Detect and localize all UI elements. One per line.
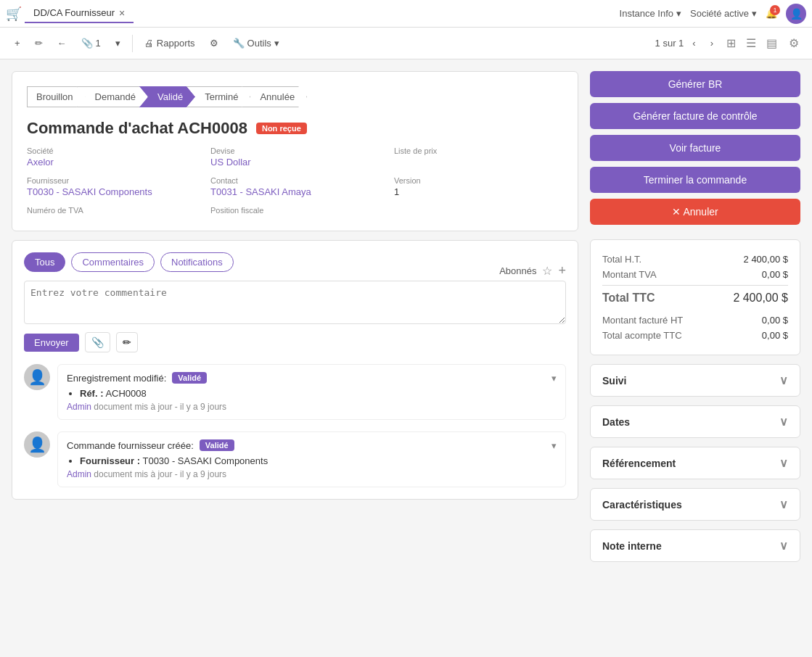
add-icon: + <box>15 38 20 49</box>
msg-expand-2[interactable]: ▾ <box>551 440 557 451</box>
version-label: Version <box>394 176 563 185</box>
msg-badge-2: Validé <box>200 439 234 451</box>
field-num-tva: Numéro de TVA <box>27 206 196 216</box>
contact-value[interactable]: T0031 - SASAKI Amaya <box>210 186 380 197</box>
msg-author-link-2[interactable]: Admin <box>67 469 91 479</box>
settings-button[interactable]: ⚙ <box>784 33 803 53</box>
field-liste-prix: Liste de prix <box>394 146 563 168</box>
suivi-chevron: ∨ <box>779 373 788 387</box>
dates-section: Dates ∨ <box>590 405 800 438</box>
tab-label: DD/CA Fournisseur <box>33 7 115 18</box>
terminer-commande-button[interactable]: Terminer la commande <box>590 167 800 193</box>
prev-button[interactable]: ‹ <box>686 35 701 51</box>
list-view-button[interactable]: ☰ <box>742 33 760 53</box>
caracteristiques-label: Caractéristiques <box>602 499 682 511</box>
contact-label: Contact <box>210 176 380 185</box>
total-ht-label: Total H.T. <box>602 254 641 265</box>
status-step-label: Brouillon <box>36 91 73 102</box>
msg-expand-1[interactable]: ▾ <box>551 373 557 384</box>
caracteristiques-header[interactable]: Caractéristiques ∨ <box>591 489 800 520</box>
annuler-button[interactable]: ✕ Annuler <box>590 199 800 225</box>
attach-comment-button[interactable]: 📎 <box>85 332 110 352</box>
devise-value[interactable]: US Dollar <box>210 157 380 168</box>
montant-tva-row: Montant TVA 0,00 $ <box>602 267 788 282</box>
back-button[interactable]: ← <box>52 35 73 51</box>
montant-facture-ht-row: Montant facturé HT 0,00 $ <box>602 313 788 328</box>
status-step-termine[interactable]: Terminé <box>186 86 250 107</box>
edit-button[interactable]: ✏ <box>29 35 49 51</box>
attach-button[interactable]: 📎 1 <box>75 35 107 51</box>
societe-active-btn[interactable]: Société active ▾ <box>690 8 757 19</box>
toolbar-separator <box>132 35 133 52</box>
comment-input[interactable] <box>24 281 566 324</box>
total-ttc-row: Total TTC 2 400,00 $ <box>602 285 788 307</box>
instance-info-btn[interactable]: Instance Info ▾ <box>620 8 681 19</box>
status-step-brouillon[interactable]: Brouillon <box>27 86 86 107</box>
send-button[interactable]: Envoyer <box>24 334 79 352</box>
attach-count: 1 <box>96 38 101 49</box>
montant-facture-ht-value: 0,00 $ <box>762 315 788 326</box>
status-step-demande[interactable]: Demandé <box>77 86 148 107</box>
left-content: Brouillon Demandé Validé Terminé Annulée… <box>12 71 578 645</box>
status-step-label: Terminé <box>205 91 238 102</box>
tab-commentaires[interactable]: Commentaires <box>71 252 155 272</box>
dates-chevron: ∨ <box>779 415 788 429</box>
note-interne-header[interactable]: Note interne ∨ <box>591 530 800 561</box>
total-acompte-label: Total acompte TTC <box>602 330 682 341</box>
msg-content-2: Commande fournisseur créée: Validé ▾ Fou… <box>57 431 566 487</box>
edit-icon: ✏ <box>35 38 43 49</box>
chatter-message-1: 👤 Enregistrement modifié: Validé ▾ Réf. … <box>24 364 566 420</box>
notification-badge: 1 <box>770 5 780 15</box>
subscribers-label: Abonnés <box>499 265 536 276</box>
add-button[interactable]: + <box>9 35 26 51</box>
societe-value[interactable]: Axelor <box>27 157 196 168</box>
tab-tous[interactable]: Tous <box>24 252 65 272</box>
grid-view-button[interactable]: ⊞ <box>722 33 740 53</box>
actions-icon: ⚙ <box>210 38 218 49</box>
generer-facture-button[interactable]: Générer facture de contrôle <box>590 103 800 129</box>
record-title-text: Commande d'achat ACH0008 <box>27 119 247 138</box>
subscribers-star-icon[interactable]: ☆ <box>542 264 552 278</box>
tab-notifications[interactable]: Notifications <box>160 252 234 272</box>
total-acompte-value: 0,00 $ <box>762 330 788 341</box>
outils-button[interactable]: 🔧 Outils ▾ <box>227 35 285 51</box>
record-title-row: Commande d'achat ACH0008 Non reçue <box>27 119 563 138</box>
next-icon: › <box>710 38 713 49</box>
topbar: 🛒 DD/CA Fournisseur × Instance Info ▾ So… <box>0 0 812 28</box>
voir-facture-button[interactable]: Voir facture <box>590 135 800 161</box>
status-bar: Brouillon Demandé Validé Terminé Annulée <box>27 86 563 107</box>
status-step-label: Annulée <box>260 91 295 102</box>
tab-item[interactable]: DD/CA Fournisseur × <box>25 4 134 23</box>
actions-button[interactable]: ⚙ <box>204 35 224 51</box>
dates-label: Dates <box>602 416 630 428</box>
breadcrumb-arrow-button[interactable]: ▾ <box>110 35 126 51</box>
notification-bell[interactable]: 🔔 1 <box>766 8 777 19</box>
back-icon: ← <box>57 38 67 49</box>
emoji-icon: ✏ <box>123 336 131 348</box>
referencement-header[interactable]: Référencement ∨ <box>591 447 800 479</box>
field-devise: Devise US Dollar <box>210 146 380 168</box>
attach-comment-icon: 📎 <box>91 336 104 348</box>
detail-view-button[interactable]: ▤ <box>762 33 782 53</box>
field-contact: Contact T0031 - SASAKI Amaya <box>210 176 380 197</box>
msg-content-1: Enregistrement modifié: Validé ▾ Réf. : … <box>57 364 566 420</box>
msg-author-link-1[interactable]: Admin <box>67 402 91 412</box>
avatar-1: 👤 <box>24 364 50 390</box>
tab-icon: 🛒 <box>6 6 22 22</box>
non-recue-badge: Non reçue <box>256 123 307 134</box>
tab-close[interactable]: × <box>119 7 125 19</box>
next-button[interactable]: › <box>705 35 719 51</box>
right-sidebar: Générer BR Générer facture de contrôle V… <box>590 71 800 645</box>
dates-header[interactable]: Dates ∨ <box>591 406 800 437</box>
generer-br-button[interactable]: Générer BR <box>590 71 800 97</box>
subscribers-add-icon[interactable]: + <box>558 263 566 278</box>
rapports-button[interactable]: 🖨 Rapports <box>139 35 201 51</box>
note-interne-chevron: ∨ <box>779 539 788 553</box>
field-societe: Société Axelor <box>27 146 196 168</box>
user-avatar[interactable]: 👤 <box>786 4 806 24</box>
total-ttc-label: Total TTC <box>602 292 655 305</box>
emoji-button[interactable]: ✏ <box>116 332 138 352</box>
status-step-annulee[interactable]: Annulée <box>242 86 307 107</box>
suivi-header[interactable]: Suivi ∨ <box>591 365 800 396</box>
fournisseur-value[interactable]: T0030 - SASAKI Components <box>27 186 196 197</box>
